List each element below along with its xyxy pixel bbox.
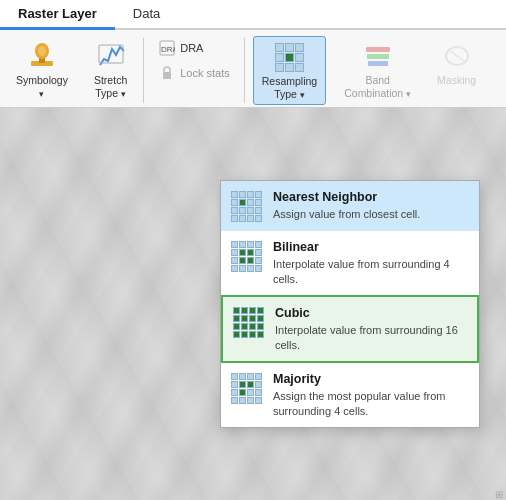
nearest-neighbor-title: Nearest Neighbor	[273, 189, 420, 205]
bilinear-desc: Interpolate value from surrounding 4 cel…	[273, 257, 469, 288]
tab-data[interactable]: Data	[115, 0, 178, 30]
grid-cell-2	[295, 43, 304, 52]
dropdown-item-cubic[interactable]: Cubic Interpolate value from surrounding…	[221, 295, 479, 363]
band-icon	[362, 40, 394, 72]
tab-raster-layer[interactable]: Raster Layer	[0, 0, 115, 30]
stretch-icon	[95, 40, 127, 72]
svg-rect-7	[163, 72, 171, 79]
band-combination-button[interactable]: BandCombination ▾	[336, 36, 419, 103]
grid-cell-7	[285, 63, 294, 72]
masking-label: Masking	[437, 74, 476, 87]
grid-cell-5	[295, 53, 304, 62]
grid-cell-center	[285, 53, 294, 62]
ribbon: Symbology▾ StretchType ▾	[0, 30, 506, 108]
dra-label: DRA	[180, 42, 203, 54]
dropdown-item-nearest-neighbor[interactable]: Nearest Neighbor Assign value from close…	[221, 181, 479, 231]
symbology-icon	[26, 40, 58, 72]
majority-text: Majority Assign the most popular value f…	[273, 371, 469, 419]
dra-lockstats-group: DRA DRA Lock stats	[148, 34, 240, 107]
stretch-type-button[interactable]: StretchType ▾	[86, 36, 135, 103]
cubic-text: Cubic Interpolate value from surrounding…	[275, 305, 467, 353]
masking-button[interactable]: Masking	[429, 36, 484, 91]
band-combination-label: BandCombination ▾	[344, 74, 411, 99]
stretch-type-group: StretchType ▾	[82, 34, 139, 107]
grid-cell-0	[275, 43, 284, 52]
dra-button[interactable]: DRA DRA	[152, 36, 236, 60]
cubic-title: Cubic	[275, 305, 467, 321]
resampling-group: ResamplingType ▾	[249, 34, 330, 107]
resampling-icon	[273, 41, 305, 73]
nearest-neighbor-icon	[231, 191, 263, 223]
sep1	[143, 38, 144, 103]
stretch-type-label: StretchType ▾	[94, 74, 127, 99]
grid-cell-6	[275, 63, 284, 72]
app-container: Raster Layer Data Symbology▾	[0, 0, 506, 500]
majority-desc: Assign the most popular value from surro…	[273, 389, 469, 420]
cubic-icon	[233, 307, 265, 339]
grid-cell-1	[285, 43, 294, 52]
symbology-button[interactable]: Symbology▾	[8, 36, 76, 103]
masking-group: Masking	[425, 34, 488, 107]
grid-cell-3	[275, 53, 284, 62]
cubic-desc: Interpolate value from surrounding 16 ce…	[275, 323, 467, 354]
dropdown-item-bilinear[interactable]: Bilinear Interpolate value from surround…	[221, 231, 479, 295]
svg-text:DRA: DRA	[161, 45, 175, 54]
symbology-group: Symbology▾	[4, 34, 80, 107]
lock-stats-label: Lock stats	[180, 67, 230, 79]
bilinear-title: Bilinear	[273, 239, 469, 255]
resize-handle[interactable]: ⊞	[495, 489, 503, 497]
small-group: DRA DRA Lock stats	[152, 36, 236, 85]
sep2	[244, 38, 245, 103]
resampling-dropdown: Nearest Neighbor Assign value from close…	[220, 180, 480, 428]
bilinear-text: Bilinear Interpolate value from surround…	[273, 239, 469, 287]
majority-title: Majority	[273, 371, 469, 387]
resampling-type-label: ResamplingType ▾	[262, 75, 317, 100]
lock-icon	[158, 64, 176, 82]
dropdown-item-majority[interactable]: Majority Assign the most popular value f…	[221, 363, 479, 427]
symbology-label: Symbology▾	[16, 74, 68, 99]
grid-cell-8	[295, 63, 304, 72]
resampling-type-button[interactable]: ResamplingType ▾	[253, 36, 326, 105]
band-combination-group: BandCombination ▾	[332, 34, 423, 107]
masking-icon	[441, 40, 473, 72]
bilinear-icon	[231, 241, 263, 273]
tab-bar: Raster Layer Data	[0, 0, 506, 30]
lock-stats-button[interactable]: Lock stats	[152, 61, 236, 85]
dra-icon: DRA	[158, 39, 176, 57]
map-area: Nearest Neighbor Assign value from close…	[0, 108, 506, 500]
majority-icon	[231, 373, 263, 405]
svg-point-3	[38, 46, 46, 56]
nearest-neighbor-desc: Assign value from closest cell.	[273, 207, 420, 222]
nearest-neighbor-text: Nearest Neighbor Assign value from close…	[273, 189, 420, 222]
